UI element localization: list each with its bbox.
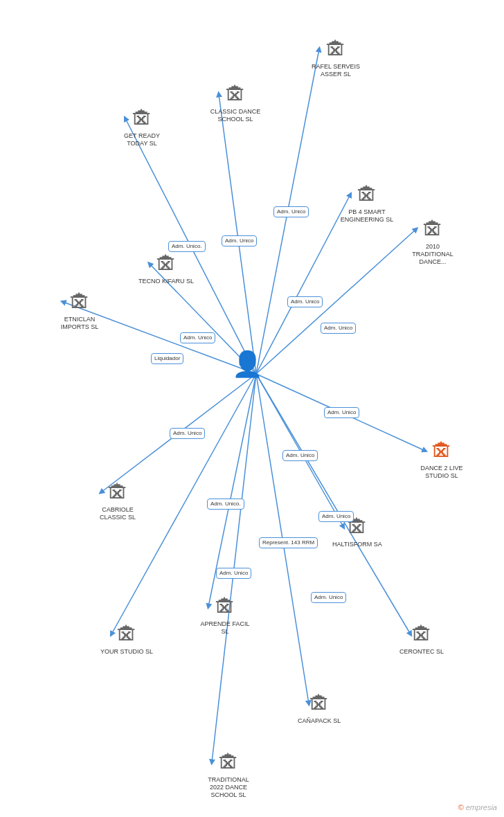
company-node-traditional-2022[interactable]: 🏚 TRADITIONAL 2022 DANCE SCHOOL SL: [201, 751, 256, 798]
company-label: DANCE 2 LIVE STUDIO SL: [414, 465, 469, 480]
building-icon: 🏚: [218, 751, 239, 775]
svg-line-3: [256, 229, 416, 374]
watermark: © empresia: [458, 803, 497, 811]
role-badge-b10[interactable]: Adm. Unico: [282, 450, 318, 461]
company-label: CABRIOLE CLASSIC SL: [90, 506, 145, 521]
company-node-cerontec[interactable]: 🏚 CERONTEC SL: [399, 623, 444, 656]
role-badge-b8[interactable]: Adm. Unico: [324, 407, 359, 418]
role-badge-b1[interactable]: Adm. Unico: [273, 206, 309, 217]
company-node-get-ready-today[interactable]: 🏚 GET READY TODAY SL: [114, 107, 170, 147]
building-icon: 🏚: [411, 623, 432, 647]
center-person-node[interactable]: 👤: [232, 350, 263, 380]
company-node-2010-traditional[interactable]: 🏚 2010 TRADITIONAL DANCE...: [405, 218, 460, 265]
company-label: GET READY TODAY SL: [114, 132, 170, 147]
company-label: CLASSIC DANCE SCHOOL SL: [208, 108, 263, 123]
company-label: CERONTEC SL: [399, 648, 444, 656]
role-badge-b6[interactable]: Adm. Unico: [180, 332, 215, 343]
company-node-dance2live[interactable]: 🏚 DANCE 2 LIVE STUDIO SL: [414, 440, 469, 480]
svg-line-4: [256, 195, 350, 374]
role-badge-b4[interactable]: Adm. Unico: [287, 296, 323, 307]
company-label: TRADITIONAL 2022 DANCE SCHOOL SL: [201, 776, 256, 798]
building-icon: 🏚: [116, 623, 137, 647]
svg-line-1: [219, 94, 256, 374]
company-label: RAFEL SERVEIS ASSER SL: [308, 63, 363, 78]
role-badge-b5[interactable]: Adm. Unico: [321, 323, 356, 334]
company-label: HALTISFORM SA: [332, 541, 382, 548]
role-badge-b7[interactable]: Liquidador: [151, 353, 183, 364]
building-icon: 🏚: [132, 107, 152, 131]
building-icon: 🏚: [309, 692, 330, 716]
company-label: 2010 TRADITIONAL DANCE...: [405, 243, 460, 265]
building-icon: 🏚: [215, 595, 235, 619]
company-node-tecno-kifaru[interactable]: 🏚 TECNO KIFARU SL: [138, 253, 194, 285]
building-icon: 🏚: [422, 218, 443, 242]
company-node-canapack[interactable]: 🏚 CAÑAPACK SL: [298, 692, 341, 725]
company-label: YOUR STUDIO SL: [100, 648, 153, 656]
building-icon: 🏚: [107, 481, 128, 505]
role-badge-b3[interactable]: Adm. Unico.: [168, 241, 206, 252]
company-node-rafel-serveis[interactable]: 🏚 RAFEL SERVEIS ASSER SL: [308, 38, 363, 78]
company-label: TECNO KIFARU SL: [138, 278, 194, 285]
company-node-cabriole-classic[interactable]: 🏚 CABRIOLE CLASSIC SL: [90, 481, 145, 521]
company-node-classic-dance-school[interactable]: 🏚 CLASSIC DANCE SCHOOL SL: [208, 83, 263, 123]
company-node-etniclan[interactable]: 🏚 ETNICLAN IMPORTS SL: [52, 291, 107, 331]
company-node-pb4smart[interactable]: 🏚 PB 4 SMART ENGINEERING SL: [339, 183, 395, 224]
company-label: CAÑAPACK SL: [298, 717, 341, 725]
building-icon: 🏚: [69, 291, 90, 314]
role-badge-b14[interactable]: Adm. Unico: [216, 568, 251, 579]
role-badge-b11[interactable]: Adm. Unico.: [207, 499, 244, 510]
building-icon: 🏚: [225, 83, 246, 107]
building-icon: 🏚: [325, 38, 346, 62]
watermark-text: empresia: [466, 803, 497, 811]
watermark-symbol: ©: [458, 803, 464, 811]
company-label: ETNICLAN IMPORTS SL: [52, 316, 107, 331]
company-label: PB 4 SMART ENGINEERING SL: [339, 208, 395, 224]
network-graph: 👤 © empresia 🏚 GET READY TODAY SL 🏚 CLAS…: [0, 0, 504, 817]
role-badge-b9[interactable]: Adm. Unico: [170, 428, 205, 439]
company-label: APRENDE FACIL SL: [197, 620, 253, 636]
role-badge-b2[interactable]: Adm. Unico: [222, 235, 257, 246]
building-icon: 🏚: [156, 253, 177, 276]
role-badge-b13[interactable]: Represent. 143 RRM: [259, 537, 318, 548]
building-icon: 🏚: [357, 183, 377, 207]
role-badge-b15[interactable]: Adm. Unico: [311, 592, 346, 603]
role-badge-b12[interactable]: Adm. Unico: [318, 511, 354, 522]
company-node-aprende-facil[interactable]: 🏚 APRENDE FACIL SL: [197, 595, 253, 636]
company-node-your-studio[interactable]: 🏚 YOUR STUDIO SL: [100, 623, 153, 656]
building-icon: 🏚: [431, 440, 452, 463]
